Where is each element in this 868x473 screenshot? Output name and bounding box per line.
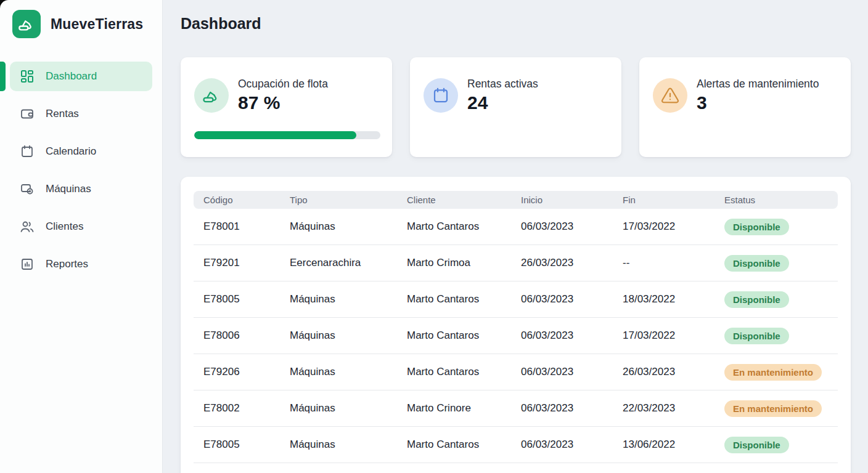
column-header: Cliente xyxy=(407,195,521,205)
sidebar-item-maquinas[interactable]: Máquinas xyxy=(10,174,152,204)
status-badge: Disponible xyxy=(724,219,789,235)
cell-fin: 17/03/2022 xyxy=(623,329,724,342)
sidebar-nav: Dashboard Rentas Calendario xyxy=(0,62,162,279)
cell-tipo: Máquinas xyxy=(290,329,407,342)
sidebar: MueveTierras Dashboard Rentas xyxy=(0,0,163,473)
cell-fin: 13/06/2022 xyxy=(623,439,724,451)
excavator-icon xyxy=(194,78,229,113)
cell-cliente: Marto Cantaros xyxy=(407,293,521,305)
sidebar-item-label: Máquinas xyxy=(46,183,91,195)
table-row[interactable]: E78005 Máquinas Marto Cantaros 06/03/202… xyxy=(194,281,838,318)
column-header: Tipo xyxy=(290,195,407,205)
cell-tipo: Máquinas xyxy=(290,402,407,414)
status-badge: Disponible xyxy=(724,255,789,272)
cell-cliente: Marto Cantaros xyxy=(407,439,521,451)
cell-codigo: E78006 xyxy=(203,329,290,342)
cell-inicio: 06/03/2023 xyxy=(521,402,623,414)
cell-tipo: Eercenarachira xyxy=(290,257,407,269)
cell-codigo: E78005 xyxy=(203,439,290,451)
cell-inicio: 06/03/2023 xyxy=(521,439,623,451)
card-label: Ocupación de flota xyxy=(238,78,328,91)
cell-inicio: 06/03/2023 xyxy=(521,293,623,305)
cell-tipo: Máquinas xyxy=(290,293,407,305)
status-badge: En mantenimiento xyxy=(724,400,822,417)
excavator-logo-icon xyxy=(12,10,41,38)
column-header: Estatus xyxy=(724,195,838,205)
sidebar-item-label: Calendario xyxy=(46,145,96,158)
sidebar-item-rentas[interactable]: Rentas xyxy=(10,99,152,129)
maintenance-alerts-card: Alertas de mantenimiento 3 xyxy=(639,57,851,157)
cell-inicio: 26/03/2023 xyxy=(521,257,623,269)
rentals-table-card: Código Tipo Cliente Inicio Fin Estatus E… xyxy=(181,177,851,473)
cell-cliente: Marto Cantaros xyxy=(407,329,521,342)
wallet-icon xyxy=(20,107,35,121)
cell-tipo: Máquinas xyxy=(290,439,407,451)
cell-codigo: E78002 xyxy=(203,402,290,414)
card-value: 87 % xyxy=(238,92,328,113)
card-label: Alertas de mantenimiento xyxy=(697,78,819,91)
cell-tipo: Máquinas xyxy=(290,366,407,378)
active-rentals-card: Rentas activas 24 xyxy=(410,57,621,157)
column-header: Fin xyxy=(623,195,724,205)
status-badge: En mantenimiento xyxy=(724,364,822,381)
sidebar-item-clientes[interactable]: Clientes xyxy=(10,212,152,241)
app-title: MueveTierras xyxy=(51,16,143,33)
dashboard-grid-icon xyxy=(20,69,35,84)
cell-codigo: E78001 xyxy=(203,220,290,233)
card-value: 3 xyxy=(697,92,819,113)
table-body: E78001 Máquinas Marto Cantaros 06/03/202… xyxy=(194,209,838,463)
app-logo: MueveTierras xyxy=(0,0,162,38)
sidebar-item-reportes[interactable]: Reportes xyxy=(10,249,152,279)
fleet-occupancy-card: Ocupación de flota 87 % xyxy=(181,57,392,157)
cell-fin: -- xyxy=(623,257,724,269)
fleet-progress-fill xyxy=(194,131,356,139)
users-icon xyxy=(20,219,35,234)
machine-icon xyxy=(20,182,35,196)
cell-codigo: E79206 xyxy=(203,366,290,378)
calendar-icon xyxy=(424,78,458,113)
page-title: Dashboard xyxy=(181,15,851,33)
table-row[interactable]: E79201 Eercenarachira Marto Crimoa 26/03… xyxy=(194,245,838,281)
cell-tipo: Máquinas xyxy=(290,220,407,233)
cell-inicio: 06/03/2023 xyxy=(521,366,623,378)
cell-fin: 17/03/2022 xyxy=(623,220,724,233)
cell-cliente: Marto Cantaros xyxy=(407,220,521,233)
alert-triangle-icon xyxy=(653,78,687,113)
table-row[interactable]: E79206 Máquinas Marto Cantaros 06/03/202… xyxy=(194,354,838,390)
cell-cliente: Marto Crimoa xyxy=(407,257,521,269)
report-chart-icon xyxy=(20,257,35,272)
cell-inicio: 06/03/2023 xyxy=(521,329,623,342)
fleet-progress-bar xyxy=(194,131,380,139)
stat-cards-row: Ocupación de flota 87 % Rentas activas xyxy=(181,57,851,157)
cell-fin: 22/03/2023 xyxy=(623,402,724,414)
status-badge: Disponible xyxy=(724,291,789,308)
column-header: Código xyxy=(203,195,290,205)
sidebar-item-dashboard[interactable]: Dashboard xyxy=(10,62,152,91)
column-header: Inicio xyxy=(521,195,623,205)
table-row[interactable]: E78001 Máquinas Marto Cantaros 06/03/202… xyxy=(194,209,838,245)
cell-fin: 18/03/2022 xyxy=(623,293,724,305)
sidebar-item-label: Rentas xyxy=(46,108,79,120)
sidebar-item-label: Dashboard xyxy=(46,70,97,83)
table-row[interactable]: E78006 Máquinas Marto Cantaros 06/03/202… xyxy=(194,318,838,354)
table-row[interactable]: E78005 Máquinas Marto Cantaros 06/03/202… xyxy=(194,427,838,463)
cell-codigo: E79201 xyxy=(203,257,290,269)
cell-inicio: 06/03/2023 xyxy=(521,220,623,233)
main-content: Dashboard Ocupación de flota 87 % xyxy=(163,0,868,473)
card-label: Rentas activas xyxy=(467,78,538,91)
cell-codigo: E78005 xyxy=(203,293,290,305)
card-value: 24 xyxy=(467,92,538,113)
status-badge: Disponible xyxy=(724,437,789,453)
table-header-row: Código Tipo Cliente Inicio Fin Estatus xyxy=(194,191,838,209)
calendar-icon xyxy=(20,144,35,159)
sidebar-item-calendario[interactable]: Calendario xyxy=(10,137,152,166)
cell-cliente: Marto Crinore xyxy=(407,402,521,414)
table-row[interactable]: E78002 Máquinas Marto Crinore 06/03/2023… xyxy=(194,390,838,427)
cell-cliente: Marto Cantaros xyxy=(407,366,521,378)
sidebar-item-label: Clientes xyxy=(46,220,83,233)
cell-fin: 26/03/2023 xyxy=(623,366,724,378)
sidebar-item-label: Reportes xyxy=(46,258,88,270)
status-badge: Disponible xyxy=(724,328,789,344)
